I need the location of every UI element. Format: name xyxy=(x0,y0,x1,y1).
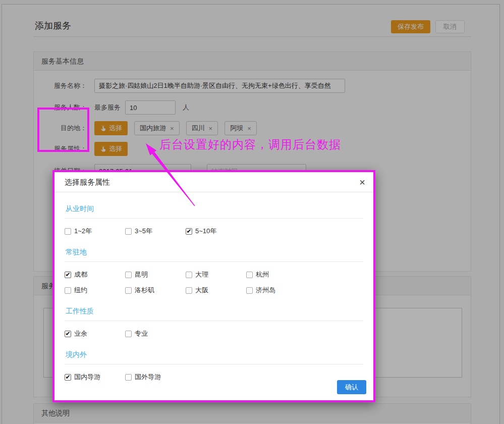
modal-footer: 确认 xyxy=(337,380,366,394)
attr-option[interactable]: 大理 xyxy=(186,270,246,279)
attr-option[interactable]: 3~5年 xyxy=(125,227,186,236)
confirm-button[interactable]: 确认 xyxy=(337,380,366,394)
modal-title: 选择服务属性 xyxy=(65,178,110,186)
attr-option-label: 国外导游 xyxy=(135,373,161,382)
attr-options: ✔业余专业 xyxy=(65,329,363,338)
attr-option[interactable]: 济州岛 xyxy=(246,286,307,295)
attr-options: ✔成都昆明大理杭州纽约洛杉矶大阪济州岛 xyxy=(65,270,363,295)
attr-group: 常驻地✔成都昆明大理杭州纽约洛杉矶大阪济州岛 xyxy=(65,248,363,295)
attr-option[interactable]: 1~2年 xyxy=(65,227,125,236)
checkbox-icon[interactable] xyxy=(246,272,253,278)
attr-option-label: 国内导游 xyxy=(74,373,100,382)
close-icon[interactable]: × xyxy=(359,172,365,192)
attr-options: ✔国内导游国外导游 xyxy=(65,373,363,382)
modal-groups: 从业时间1~2年3~5年✔5~10年常驻地✔成都昆明大理杭州纽约洛杉矶大阪济州岛… xyxy=(54,204,373,382)
attr-option[interactable]: 大阪 xyxy=(186,286,246,295)
attr-options: 1~2年3~5年✔5~10年 xyxy=(65,227,363,236)
attr-option[interactable]: ✔业余 xyxy=(65,329,125,338)
checkbox-icon[interactable] xyxy=(186,272,192,278)
checkbox-icon[interactable] xyxy=(186,287,192,294)
checkbox-checked-icon[interactable]: ✔ xyxy=(186,228,192,235)
attr-option-label: 济州岛 xyxy=(256,286,275,295)
attr-option-label: 洛杉矶 xyxy=(135,286,154,295)
attr-group-title: 常驻地 xyxy=(65,248,363,262)
checkbox-icon[interactable] xyxy=(125,374,132,381)
attr-option[interactable]: ✔国内导游 xyxy=(65,373,125,382)
checkbox-icon[interactable] xyxy=(65,287,71,294)
checkbox-icon[interactable] xyxy=(125,228,132,235)
screen: 添加服务 保存发布 取消 服务基本信息 服务名称： 服务人数： 最多服务 人 目… xyxy=(0,0,504,424)
attr-option[interactable]: ✔成都 xyxy=(65,270,125,279)
attr-group-title: 境内外 xyxy=(65,350,363,364)
attr-option-label: 大阪 xyxy=(195,286,208,295)
checkbox-icon[interactable] xyxy=(65,228,71,235)
modal-header: 选择服务属性 × xyxy=(54,172,373,192)
attr-option[interactable]: ✔5~10年 xyxy=(186,227,246,236)
checkbox-checked-icon[interactable]: ✔ xyxy=(65,272,71,278)
attr-option-label: 1~2年 xyxy=(74,227,92,236)
attr-option[interactable]: 杭州 xyxy=(246,270,307,279)
attr-option[interactable]: 纽约 xyxy=(65,286,125,295)
attr-option[interactable]: 专业 xyxy=(125,329,186,338)
attr-option-label: 3~5年 xyxy=(135,227,152,236)
attr-option-label: 成都 xyxy=(74,270,87,279)
checkbox-checked-icon[interactable]: ✔ xyxy=(65,374,71,381)
attr-option[interactable]: 国外导游 xyxy=(125,373,186,382)
attr-option[interactable]: 昆明 xyxy=(125,270,186,279)
attr-option-label: 昆明 xyxy=(135,270,148,279)
attr-option[interactable]: 洛杉矶 xyxy=(125,286,186,295)
attr-option-label: 5~10年 xyxy=(195,227,216,236)
attr-option-label: 杭州 xyxy=(256,270,269,279)
attr-group-title: 工作性质 xyxy=(65,307,363,321)
attr-option-label: 大理 xyxy=(195,270,208,279)
checkbox-icon[interactable] xyxy=(246,287,253,294)
checkbox-icon[interactable] xyxy=(125,331,132,337)
attr-group: 从业时间1~2年3~5年✔5~10年 xyxy=(65,204,363,236)
attr-option-label: 业余 xyxy=(74,329,87,338)
attr-option-label: 纽约 xyxy=(74,286,87,295)
attr-group: 境内外✔国内导游国外导游 xyxy=(65,350,363,382)
checkbox-checked-icon[interactable]: ✔ xyxy=(65,331,71,337)
attr-group-title: 从业时间 xyxy=(65,204,363,219)
attr-group: 工作性质✔业余专业 xyxy=(65,307,363,338)
select-service-attr-modal: 选择服务属性 × 从业时间1~2年3~5年✔5~10年常驻地✔成都昆明大理杭州纽… xyxy=(52,170,375,402)
attr-option-label: 专业 xyxy=(135,329,148,338)
checkbox-icon[interactable] xyxy=(125,287,132,294)
checkbox-icon[interactable] xyxy=(125,272,132,278)
